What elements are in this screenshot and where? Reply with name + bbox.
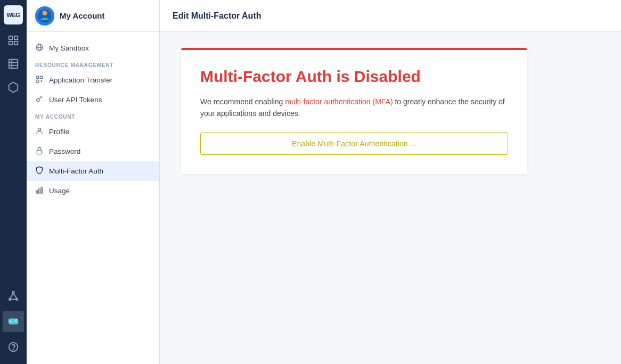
svg-rect-28 [37,150,42,154]
svg-line-12 [13,293,17,298]
enable-mfa-button[interactable]: Enable Multi-Factor Authentication ... [200,133,508,155]
lock-icon [35,146,44,156]
sidebar-item-multi-factor-auth-label: Multi-Factor Auth [49,167,103,175]
grid-icon[interactable] [3,30,24,51]
mfa-description: We recommend enabling multi-factor authe… [200,96,508,120]
main-header: Edit Multi-Factor Auth [160,0,621,32]
sidebar-item-password-label: Password [49,147,80,155]
transfer-icon [35,75,44,85]
resource-management-label: RESOURCE MANAGEMENT [27,58,159,70]
rail-bottom-icons [3,285,24,364]
svg-rect-1 [14,36,18,39]
svg-point-19 [43,11,47,15]
sidebar-logo [35,6,54,26]
svg-point-27 [38,128,40,131]
rail-top-icons [3,30,24,285]
main-body: Multi-Factor Auth is Disabled We recomme… [160,32,621,364]
svg-point-8 [12,292,14,294]
box-icon[interactable] [3,77,24,98]
svg-rect-4 [9,60,18,69]
mfa-desc-part1: We recommend enabling [200,97,285,106]
svg-rect-2 [9,42,12,45]
svg-line-11 [10,293,13,298]
sidebar-header: My Account [27,0,159,32]
my-account-section-label: MY ACCOUNT [27,110,159,122]
mfa-card: Multi-Factor Auth is Disabled We recomme… [181,48,527,174]
chart-icon [35,186,44,196]
mfa-disabled-title: Multi-Factor Auth is Disabled [200,67,508,86]
sidebar-item-user-api-tokens-label: User API Tokens [49,96,102,104]
main-content: Edit Multi-Factor Auth Multi-Factor Auth… [160,0,621,364]
sidebar-item-profile[interactable]: Profile [27,122,159,142]
svg-rect-0 [9,36,12,39]
svg-rect-29 [36,191,38,193]
sidebar-item-sandbox[interactable]: My Sandbox [27,38,159,58]
svg-rect-24 [40,76,43,79]
svg-point-26 [37,98,39,101]
icon-rail: WEG [0,0,27,364]
sidebar-title: My Account [60,11,104,20]
sidebar-item-multi-factor-auth[interactable]: Multi-Factor Auth [27,161,159,181]
sidebar: My Account My Sandbox RESOURCE MANAGEMEN… [27,0,160,364]
sidebar-content: My Sandbox RESOURCE MANAGEMENT Applicati… [27,32,159,364]
sidebar-item-usage-label: Usage [49,187,70,195]
sidebar-item-sandbox-label: My Sandbox [49,44,89,52]
sidebar-item-user-api-tokens[interactable]: User API Tokens [27,90,159,110]
help-icon[interactable] [3,336,24,358]
network-icon[interactable] [3,285,24,307]
rail-logo: WEG [4,5,23,24]
svg-rect-25 [36,80,39,82]
key-icon [35,95,44,105]
sidebar-item-password[interactable]: Password [27,142,159,161]
svg-rect-30 [39,189,40,193]
sidebar-item-application-transfer[interactable]: Application Transfer [27,70,159,90]
globe-icon [35,43,44,53]
table-icon[interactable] [3,53,24,75]
shield-icon [35,166,44,176]
svg-rect-31 [41,187,43,193]
sidebar-item-profile-label: Profile [49,128,69,136]
sidebar-item-usage[interactable]: Usage [27,181,159,201]
sidebar-item-application-transfer-label: Application Transfer [49,76,112,84]
svg-rect-23 [36,76,39,79]
page-title: Edit Multi-Factor Auth [173,11,262,21]
mfa-link[interactable]: multi-factor authentication (MFA) [285,97,393,106]
user-icon [35,127,44,137]
gamepad-icon[interactable] [3,311,24,332]
svg-rect-3 [14,42,18,45]
